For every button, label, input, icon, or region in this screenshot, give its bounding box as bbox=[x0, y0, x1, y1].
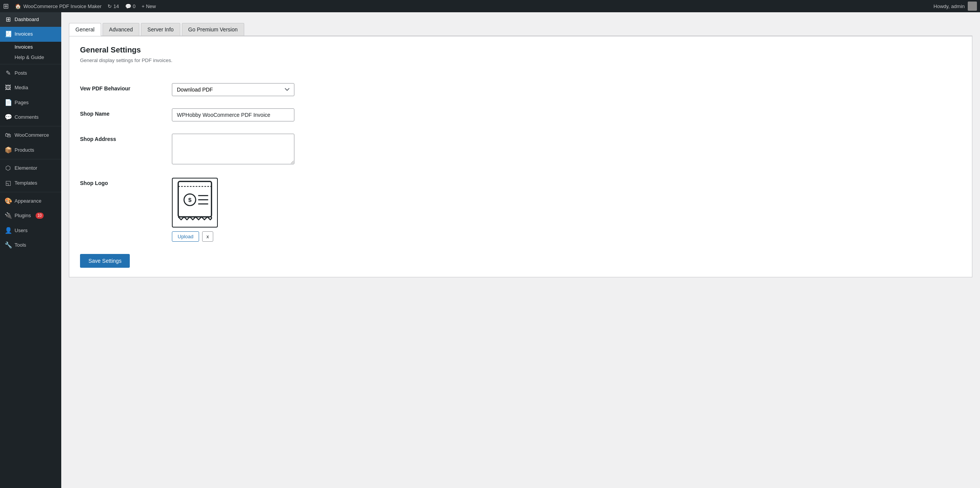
sidebar-item-products[interactable]: 📦 Products bbox=[0, 143, 61, 157]
settings-card: General Settings General display setting… bbox=[69, 36, 972, 277]
sidebar-item-tools[interactable]: 🔧 Tools bbox=[0, 238, 61, 252]
field-cell-shop-name bbox=[172, 105, 961, 124]
sidebar-item-pages[interactable]: 📄 Pages bbox=[0, 95, 61, 110]
pages-icon: 📄 bbox=[5, 98, 11, 107]
table-row: Shop Name bbox=[80, 105, 961, 124]
sidebar-item-label: Tools bbox=[15, 242, 26, 249]
sidebar-item-label: Templates bbox=[15, 180, 37, 187]
elementor-icon: ⬡ bbox=[5, 164, 11, 172]
dashboard-icon: ⊞ bbox=[5, 15, 11, 24]
shop-address-textarea[interactable] bbox=[172, 134, 294, 164]
products-icon: 📦 bbox=[5, 146, 11, 154]
woocommerce-icon: 🛍 bbox=[5, 131, 11, 139]
posts-icon: ✎ bbox=[5, 69, 11, 77]
settings-wrap: General Advanced Server Info Go Premium … bbox=[69, 20, 972, 277]
table-row: Shop Logo bbox=[80, 175, 961, 245]
sidebar-item-label: Media bbox=[15, 84, 28, 91]
menu-divider bbox=[0, 192, 61, 192]
wp-logo-icon[interactable]: ⊞ bbox=[3, 2, 9, 10]
media-icon: 🖼 bbox=[5, 84, 11, 92]
tab-advanced[interactable]: Advanced bbox=[103, 23, 139, 36]
field-cell-shop-logo: $ bbox=[172, 175, 961, 245]
upload-button[interactable]: Upload bbox=[172, 231, 199, 242]
sidebar-item-label: Posts bbox=[15, 70, 27, 77]
sidebar-item-comments[interactable]: 💬 Comments bbox=[0, 110, 61, 124]
plugins-icon: 🔌 bbox=[5, 211, 11, 220]
field-cell-shop-address bbox=[172, 131, 961, 169]
updates-item[interactable]: ↻ 14 bbox=[108, 3, 119, 9]
sidebar-item-label: Dashboard bbox=[15, 16, 39, 23]
field-label-shop-name: Shop Name bbox=[80, 105, 172, 124]
settings-description: General display settings for PDF invoice… bbox=[80, 57, 961, 63]
sidebar-item-label: Comments bbox=[15, 114, 39, 121]
sidebar-item-label: Users bbox=[15, 227, 28, 234]
site-name[interactable]: 🏠 WooCommerce PDF Invoice Maker bbox=[15, 3, 101, 9]
home-icon: 🏠 bbox=[15, 3, 21, 9]
sidebar-item-woocommerce[interactable]: 🛍 WooCommerce bbox=[0, 128, 61, 142]
view-pdf-behaviour-select[interactable]: Download PDF Open in Browser Open in New… bbox=[172, 83, 294, 96]
sidebar-subitem-invoices[interactable]: Invoices bbox=[0, 42, 61, 52]
sidebar-item-appearance[interactable]: 🎨 Appearance bbox=[0, 194, 61, 208]
comments-icon: 💬 bbox=[125, 3, 131, 9]
sidebar-item-dashboard[interactable]: ⊞ Dashboard bbox=[0, 12, 61, 27]
main-content: General Advanced Server Info Go Premium … bbox=[61, 12, 980, 488]
sidebar-item-invoices[interactable]: 🧾 Invoices bbox=[0, 27, 61, 41]
sidebar-subitem-help-guide[interactable]: Help & Guide bbox=[0, 52, 61, 62]
tools-icon: 🔧 bbox=[5, 241, 11, 249]
comments-menu-icon: 💬 bbox=[5, 113, 11, 121]
shop-name-input[interactable] bbox=[172, 108, 294, 121]
templates-icon: ◱ bbox=[5, 179, 11, 187]
sidebar-item-label: Invoices bbox=[15, 31, 33, 38]
save-settings-button[interactable]: Save Settings bbox=[80, 254, 130, 268]
avatar[interactable] bbox=[968, 2, 977, 11]
updates-icon: ↻ bbox=[108, 3, 112, 9]
new-item[interactable]: + New bbox=[142, 3, 156, 9]
settings-form: Vew PDF Behaviour Download PDF Open in B… bbox=[80, 74, 961, 251]
settings-title: General Settings bbox=[80, 46, 961, 54]
sidebar: ⊞ Dashboard 🧾 Invoices Invoices Help & G… bbox=[0, 12, 61, 488]
field-label-shop-address: Shop Address bbox=[80, 131, 172, 169]
field-label-view-pdf: Vew PDF Behaviour bbox=[80, 80, 172, 99]
sidebar-item-label: Appearance bbox=[15, 198, 41, 205]
tab-server-info[interactable]: Server Info bbox=[141, 23, 180, 36]
tab-navigation: General Advanced Server Info Go Premium … bbox=[69, 20, 972, 36]
sidebar-item-media[interactable]: 🖼 Media bbox=[0, 80, 61, 95]
table-row: Shop Address bbox=[80, 131, 961, 169]
menu-divider bbox=[0, 126, 61, 126]
sidebar-item-templates[interactable]: ◱ Templates bbox=[0, 176, 61, 190]
sidebar-item-plugins[interactable]: 🔌 Plugins 10 bbox=[0, 208, 61, 223]
menu-divider bbox=[0, 64, 61, 64]
sidebar-item-label: Elementor bbox=[15, 165, 37, 172]
remove-logo-button[interactable]: x bbox=[202, 231, 213, 242]
tab-go-premium[interactable]: Go Premium Version bbox=[182, 23, 244, 36]
logo-actions: Upload x bbox=[172, 231, 961, 242]
table-row: Vew PDF Behaviour Download PDF Open in B… bbox=[80, 80, 961, 99]
invoices-icon: 🧾 bbox=[5, 30, 11, 38]
invoice-image: $ bbox=[174, 178, 216, 227]
plugins-badge: 10 bbox=[36, 213, 44, 219]
svg-rect-0 bbox=[178, 182, 212, 217]
sidebar-item-label: Pages bbox=[15, 99, 29, 106]
tab-general[interactable]: General bbox=[69, 23, 101, 36]
sidebar-item-label: WooCommerce bbox=[15, 132, 49, 139]
adminbar-right: Howdy, admin bbox=[934, 2, 977, 11]
sidebar-item-label: Plugins bbox=[15, 212, 31, 219]
comments-item[interactable]: 💬 0 bbox=[125, 3, 136, 9]
sidebar-item-posts[interactable]: ✎ Posts bbox=[0, 66, 61, 80]
sidebar-item-elementor[interactable]: ⬡ Elementor bbox=[0, 161, 61, 175]
admin-bar: ⊞ 🏠 WooCommerce PDF Invoice Maker ↻ 14 💬… bbox=[0, 0, 980, 12]
user-greeting: Howdy, admin bbox=[934, 3, 965, 9]
menu-divider bbox=[0, 159, 61, 159]
appearance-icon: 🎨 bbox=[5, 197, 11, 205]
sidebar-item-label: Products bbox=[15, 147, 34, 154]
svg-text:$: $ bbox=[188, 197, 192, 203]
users-icon: 👤 bbox=[5, 226, 11, 235]
logo-preview: $ bbox=[172, 178, 218, 228]
field-label-shop-logo: Shop Logo bbox=[80, 175, 172, 245]
sidebar-item-users[interactable]: 👤 Users bbox=[0, 223, 61, 238]
field-cell-view-pdf: Download PDF Open in Browser Open in New… bbox=[172, 80, 961, 99]
